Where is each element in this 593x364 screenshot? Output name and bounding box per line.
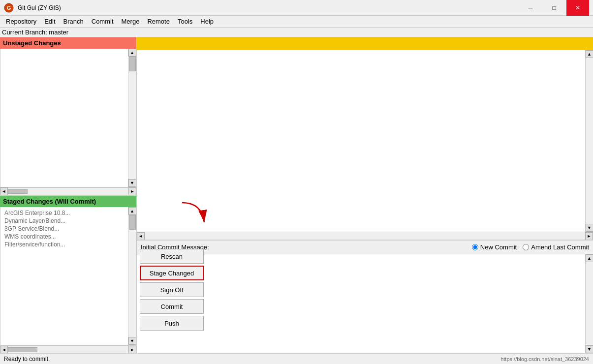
status-text: Ready to commit. — [4, 356, 50, 363]
window-controls: ─ □ ✕ — [519, 0, 589, 16]
unstaged-scroll-thumb[interactable] — [129, 57, 136, 71]
statusbar: Ready to commit. https://blog.csdn.net/s… — [0, 353, 593, 364]
window-title: Git Gui (ZY GIS) — [18, 4, 519, 11]
staged-header: Staged Changes (Will Commit) — [0, 196, 136, 207]
unstaged-section: Unstaged Changes ▲ ▼ ◄ ► — [0, 37, 136, 196]
staged-scrollbar-v[interactable]: ▲ ▼ — [128, 207, 136, 345]
commit-text-area: ▲ ▼ — [137, 254, 593, 353]
list-item[interactable]: Filter/service/function... — [2, 241, 134, 248]
diff-scroll-right[interactable]: ► — [585, 232, 593, 240]
staged-scroll-down[interactable]: ▼ — [128, 337, 136, 345]
maximize-button[interactable]: □ — [543, 0, 565, 16]
main-content: Unstaged Changes ▲ ▼ ◄ ► — [0, 37, 593, 353]
action-buttons-container: Rescan Stage Changed Sign Off Commit Pus… — [140, 249, 204, 331]
diff-scroll-left[interactable]: ◄ — [137, 232, 145, 240]
staged-section: Staged Changes (Will Commit) ArcGIS Ente… — [0, 196, 136, 354]
menu-remote[interactable]: Remote — [143, 17, 174, 26]
menu-commit[interactable]: Commit — [88, 17, 118, 26]
staged-scroll-right[interactable]: ► — [128, 346, 136, 354]
staged-scroll-up[interactable]: ▲ — [128, 207, 136, 215]
rescan-button[interactable]: Rescan — [140, 249, 204, 264]
staged-scroll-thumb[interactable] — [129, 215, 136, 230]
diff-scrollbar-h[interactable]: ◄ ► — [137, 232, 593, 240]
branch-bar: Current Branch: master — [0, 28, 593, 37]
amend-commit-label: Amend Last Commit — [531, 243, 589, 251]
amend-commit-radio[interactable] — [523, 244, 529, 250]
unstaged-files-content — [0, 49, 136, 53]
svg-text:G: G — [7, 5, 11, 11]
commit-scroll-track — [586, 262, 593, 345]
unstaged-scroll-h-thumb[interactable] — [8, 189, 28, 194]
unstaged-scroll-left[interactable]: ◄ — [0, 187, 8, 195]
diff-scroll-h-track — [145, 233, 585, 240]
staged-scroll-h-track — [8, 346, 128, 353]
list-item[interactable]: WMS coordinates... — [2, 233, 134, 241]
unstaged-file-list[interactable]: ▲ ▼ — [0, 49, 136, 187]
stage-changed-button[interactable]: Stage Changed — [140, 266, 204, 280]
list-item[interactable]: 3GP Service/Blend... — [2, 225, 134, 233]
new-commit-label: New Commit — [480, 243, 517, 251]
commit-button[interactable]: Commit — [140, 299, 204, 314]
titlebar: G Git Gui (ZY GIS) ─ □ ✕ — [0, 0, 593, 16]
commit-message-bar: Initial Commit Message: New Commit Amend… — [137, 241, 593, 254]
new-commit-option[interactable]: New Commit — [472, 243, 517, 251]
diff-scrollbar-v[interactable]: ▲ ▼ — [585, 50, 593, 232]
staged-files-content: ArcGIS Enterprise 10.8... Dynamic Layer/… — [0, 207, 136, 250]
close-button[interactable]: ✕ — [566, 0, 589, 16]
new-commit-radio[interactable] — [472, 244, 478, 250]
diff-content: ▲ ▼ — [137, 50, 593, 232]
unstaged-scroll-right[interactable]: ► — [128, 187, 136, 195]
commit-scrollbar-v[interactable]: ▲ ▼ — [585, 254, 593, 353]
left-panel: Unstaged Changes ▲ ▼ ◄ ► — [0, 37, 137, 353]
staged-scrollbar-h[interactable]: ◄ ► — [0, 345, 136, 353]
statusbar-url: https://blog.csdn.net/sinat_36239024 — [500, 356, 589, 362]
diff-scroll-down[interactable]: ▼ — [586, 224, 593, 232]
unstaged-scrollbar-v[interactable]: ▲ ▼ — [128, 49, 136, 187]
staged-scroll-left[interactable]: ◄ — [0, 346, 8, 354]
diff-header — [137, 37, 593, 50]
menu-repository[interactable]: Repository — [2, 17, 40, 26]
diff-scroll-track — [586, 58, 593, 224]
unstaged-scroll-h-track — [8, 188, 128, 195]
list-item[interactable]: ArcGIS Enterprise 10.8... — [2, 209, 134, 217]
menubar: Repository Edit Branch Commit Merge Remo… — [0, 16, 593, 28]
list-item[interactable]: Dynamic Layer/Blend... — [2, 217, 134, 225]
commit-scroll-down[interactable]: ▼ — [586, 345, 593, 353]
unstaged-scrollbar-h[interactable]: ◄ ► — [0, 187, 136, 195]
diff-area: ▲ ▼ ◄ ► — [137, 37, 593, 240]
unstaged-scroll-up[interactable]: ▲ — [128, 49, 136, 57]
menu-merge[interactable]: Merge — [118, 17, 144, 26]
minimize-button[interactable]: ─ — [519, 0, 542, 16]
menu-branch[interactable]: Branch — [60, 17, 88, 26]
diff-scroll-up[interactable]: ▲ — [586, 50, 593, 58]
unstaged-scroll-track — [129, 57, 136, 179]
menu-tools[interactable]: Tools — [174, 17, 196, 26]
commit-message-input[interactable] — [137, 254, 585, 353]
unstaged-scroll-down[interactable]: ▼ — [128, 179, 136, 187]
staged-scroll-h-thumb[interactable] — [8, 347, 37, 352]
commit-options: New Commit Amend Last Commit — [472, 243, 589, 251]
menu-help[interactable]: Help — [196, 17, 218, 26]
commit-area: Initial Commit Message: New Commit Amend… — [137, 240, 593, 353]
commit-scroll-up[interactable]: ▲ — [586, 254, 593, 262]
push-button[interactable]: Push — [140, 316, 204, 331]
sign-off-button[interactable]: Sign Off — [140, 282, 204, 297]
app-icon: G — [4, 3, 14, 13]
amend-commit-option[interactable]: Amend Last Commit — [523, 243, 589, 251]
right-panel: ▲ ▼ ◄ ► Initial Commit Message: New Comm… — [137, 37, 593, 353]
staged-scroll-track — [129, 215, 136, 337]
unstaged-header: Unstaged Changes — [0, 37, 136, 49]
current-branch-label: Current Branch: master — [2, 29, 68, 36]
menu-edit[interactable]: Edit — [40, 17, 59, 26]
staged-file-list[interactable]: ArcGIS Enterprise 10.8... Dynamic Layer/… — [0, 207, 136, 346]
